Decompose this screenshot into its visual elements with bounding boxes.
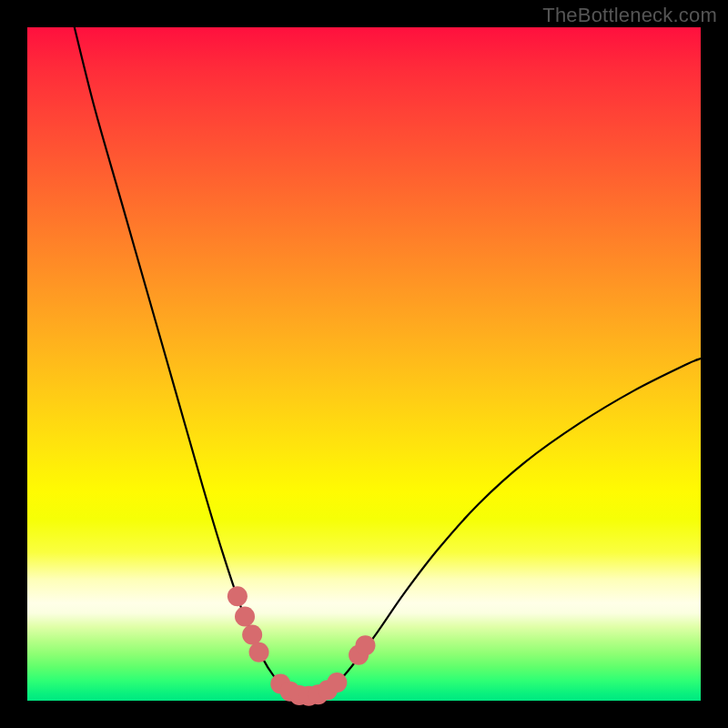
chart-frame: TheBottleneck.com: [0, 0, 728, 728]
bottleneck-curve: [75, 27, 701, 696]
threshold-marker: [228, 586, 248, 606]
chart-svg: [27, 27, 701, 701]
threshold-markers: [228, 586, 376, 706]
plot-area: [27, 27, 701, 701]
watermark-label: TheBottleneck.com: [542, 4, 717, 27]
threshold-marker: [249, 642, 269, 662]
threshold-marker: [242, 624, 262, 644]
threshold-marker: [355, 635, 375, 655]
threshold-marker: [235, 607, 255, 627]
threshold-marker: [327, 672, 347, 693]
